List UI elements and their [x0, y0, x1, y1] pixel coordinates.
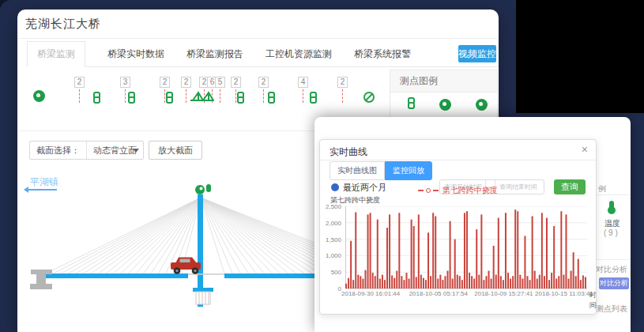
- bridge-deck-left: [45, 274, 188, 278]
- bridge-truss-icon: [190, 89, 215, 103]
- sensor-count-badge: 2: [160, 77, 170, 88]
- video-monitor-button[interactable]: 视频监控: [458, 45, 496, 62]
- strip-legend-header-partial: 例: [598, 183, 606, 194]
- gauge-icon: [33, 90, 45, 102]
- sensor-drop-line: [125, 89, 126, 103]
- chain-link-icon: [166, 92, 175, 105]
- legend-marker-icon: [426, 188, 431, 193]
- car: [171, 258, 201, 274]
- x-tick-label: 2018-10-09 15:27:41: [474, 290, 533, 297]
- chevron-down-icon: [133, 149, 139, 153]
- sensor-count-badge: 2: [74, 77, 85, 88]
- desktop-dark-region: [516, 0, 644, 113]
- page-title: 芜湖长江大桥: [25, 17, 101, 32]
- sensor-drop-line: [186, 89, 186, 103]
- overlay-window: 例 温度 ( 9 ) 对比分析 对比分析 测点列表 实时曲线 × 实时曲线图监控…: [314, 117, 631, 332]
- sensor-count-badge: 2: [258, 77, 269, 88]
- modal-tab-监控回放[interactable]: 监控回放: [385, 161, 432, 180]
- legend-panel: 测点图例: [390, 70, 498, 122]
- screen: 芜湖长江大桥 桥梁监测桥梁实时数据桥梁监测报告工控机资源监测桥梁系统报警 视频监…: [0, 0, 644, 332]
- sensor-drop-line: [303, 89, 303, 103]
- sensor-drop-line: [164, 89, 165, 103]
- tab-工控机资源监测[interactable]: 工控机资源监测: [266, 42, 332, 66]
- prohibit-icon: [363, 92, 375, 103]
- pylon-top-sensor-icon: [195, 184, 211, 194]
- modal-header: 实时曲线 ×: [320, 140, 596, 160]
- chain-link-icon: [237, 92, 247, 105]
- gauge-icon: [439, 99, 451, 111]
- x-tick-label: 2018-10-05 05:17:54: [409, 290, 468, 297]
- query-end-input[interactable]: [495, 180, 540, 194]
- chain-link-icon: [268, 92, 277, 105]
- legend-line: [418, 190, 424, 191]
- y-tick-label: 2,500: [326, 203, 341, 210]
- enlarge-section-button[interactable]: 放大截面: [149, 141, 202, 160]
- legend-panel-header: 测点图例: [390, 70, 497, 92]
- gauge-icon: [476, 99, 488, 111]
- point-list-label: 测点列表: [596, 304, 627, 315]
- temperature-count: ( 9 ): [604, 228, 618, 237]
- sensor-drop-line: [79, 89, 80, 103]
- y-tick-label: 1,000: [326, 252, 341, 259]
- section-select-dropdown[interactable]: 动态背立面: [86, 141, 143, 159]
- realtime-curve-modal: 实时曲线 × 实时曲线图监控回放 最近两个月 - 查询 第七跨跨中挠度 第七跨跨…: [319, 139, 597, 315]
- pylon-footing-cap: [193, 288, 213, 292]
- x-tick-label: 2018-09-30 16:01:44: [341, 290, 400, 297]
- y-axis-labels: 05001,0001,5002,0002,500: [320, 206, 343, 289]
- chain-link-icon: [93, 92, 103, 105]
- thermometer-icon: [609, 201, 614, 210]
- x-tick-label: 2018-10-15 11:03:41: [535, 290, 593, 297]
- sensor-count-badge: 5: [215, 77, 225, 88]
- sensor-count-badge: 2: [337, 77, 348, 88]
- range-separator: -: [485, 180, 495, 194]
- sensor-count-badge: 4: [298, 77, 308, 88]
- tab-bar: 桥梁监测桥梁实时数据桥梁监测报告工控机资源监测桥梁系统报警: [27, 43, 499, 67]
- modal-title: 实时曲线: [330, 145, 367, 159]
- divider: [597, 194, 631, 195]
- pylon-piles: [196, 292, 210, 304]
- sensor-drop-line: [342, 89, 343, 103]
- x-axis-title: 时间: [589, 290, 597, 311]
- deflection-bars: [345, 209, 586, 289]
- divider: [17, 38, 499, 39]
- y-tick-label: 1,500: [326, 236, 341, 243]
- chart-plot-svg: [345, 206, 588, 290]
- sensor-drop-line: [235, 89, 236, 103]
- chain-link-icon: [408, 97, 417, 111]
- compare-analysis-button[interactable]: 对比分析: [599, 277, 629, 289]
- legend-line: [433, 190, 439, 191]
- compare-section-label: 对比分析: [596, 264, 627, 275]
- y-tick-label: 500: [331, 269, 341, 276]
- x-axis-labels: 2018-09-30 16:01:442018-10-05 05:17:5420…: [345, 290, 587, 300]
- section-select-label: 截面选择：: [30, 141, 86, 159]
- recent-two-months-label: 最近两个月: [343, 182, 386, 194]
- y-tick-label: 2,000: [326, 220, 341, 227]
- tab-桥梁实时数据[interactable]: 桥梁实时数据: [107, 42, 164, 66]
- chain-link-icon: [128, 92, 137, 105]
- sensor-count-badge: 2: [231, 77, 241, 88]
- close-icon[interactable]: ×: [582, 143, 588, 156]
- section-select-value: 动态背立面: [93, 145, 137, 155]
- sensor-drop-line: [220, 89, 220, 103]
- modal-tab-group: 实时曲线图监控回放: [330, 161, 432, 180]
- modal-tab-实时曲线图[interactable]: 实时曲线图: [330, 161, 385, 180]
- divider: [597, 259, 631, 260]
- tab-桥梁监测报告[interactable]: 桥梁监测报告: [186, 42, 243, 66]
- section-selector: 截面选择： 动态背立面: [29, 141, 144, 160]
- date-range-picker: -: [439, 179, 544, 194]
- sensor-count-badge: 2: [181, 77, 191, 88]
- query-button[interactable]: 查询: [554, 179, 586, 194]
- recent-two-months-radio[interactable]: [331, 183, 339, 191]
- sensor-count-badge: 3: [120, 77, 130, 88]
- query-start-input[interactable]: [440, 180, 485, 194]
- tab-桥梁系统报警[interactable]: 桥梁系统报警: [354, 42, 411, 66]
- tab-桥梁监测[interactable]: 桥梁监测: [27, 41, 85, 67]
- temperature-label: 温度: [604, 218, 620, 229]
- left-pier: [30, 270, 52, 289]
- chain-link-icon: [310, 92, 319, 105]
- sensor-drop-line: [263, 89, 264, 103]
